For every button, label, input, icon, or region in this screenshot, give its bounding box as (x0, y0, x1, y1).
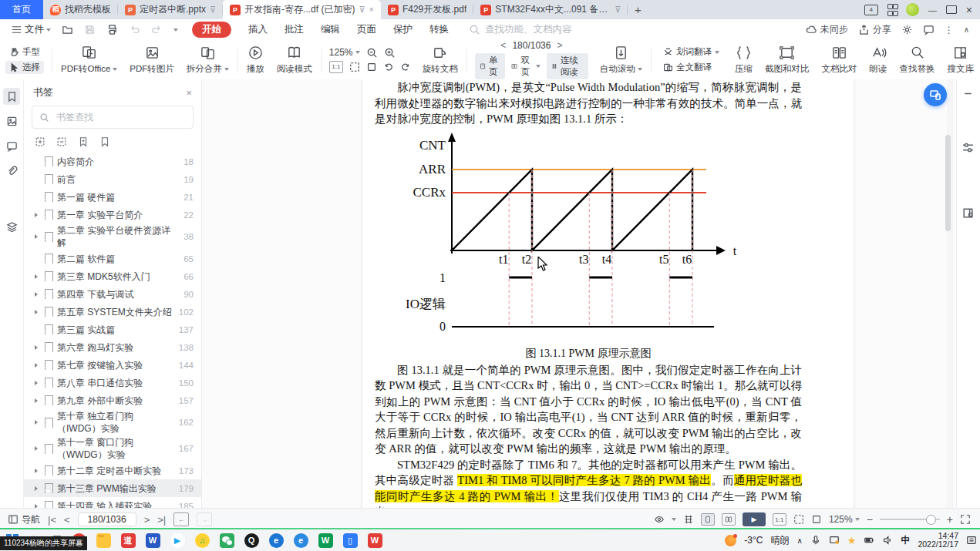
microphone-icon[interactable] (810, 535, 821, 546)
read-aloud-button[interactable]: 朗读 (864, 45, 894, 75)
document-viewer[interactable]: 脉冲宽度调制(PWM)，是英文“Pulse Width Modulation”的… (202, 79, 956, 508)
apps-grid-icon[interactable] (887, 4, 897, 16)
presentation-play-button[interactable]: ▶ (743, 512, 766, 526)
ime-indicator[interactable]: 中 (901, 534, 910, 547)
menu-tab-批注[interactable]: 批注 (285, 23, 304, 36)
restore-button[interactable] (946, 5, 957, 14)
bookmark-item[interactable]: 第十四章 输入捕获实验185 (24, 497, 201, 508)
zoom-out-icon[interactable] (366, 47, 378, 59)
tab-document-4[interactable]: PF429开发板.pdf (381, 0, 473, 19)
expand-all-icon[interactable] (35, 136, 45, 147)
vertical-scrollbar[interactable] (947, 79, 954, 508)
expand-arrow-icon[interactable] (35, 274, 41, 279)
fullscreen-icon[interactable] (960, 514, 971, 525)
zoom-in-icon[interactable] (384, 47, 396, 59)
expand-arrow-icon[interactable] (35, 363, 41, 368)
bookmark-item[interactable]: 前言19 (24, 170, 201, 188)
bookmark-item[interactable]: 第三章 MDK5软件入门66 (24, 267, 201, 285)
eye-protect-icon[interactable] (654, 514, 665, 525)
bookmark-item[interactable]: 第九章 外部中断实验157 (24, 391, 201, 409)
taskbar-app-edge[interactable]: e (269, 533, 284, 548)
taskbar-app-wechat[interactable] (220, 533, 234, 548)
file-menu[interactable]: 文件 (11, 23, 51, 36)
pin-icon[interactable]: ⊽ (615, 5, 621, 14)
feedback-icon[interactable] (923, 24, 935, 35)
chevron-down-icon[interactable] (672, 518, 676, 521)
double-page-view-button[interactable] (722, 513, 736, 526)
taskbar-app-word[interactable]: W (146, 533, 160, 548)
weather-text[interactable]: 晴朗 (770, 534, 789, 547)
weather-icon[interactable] (725, 535, 736, 546)
minimize-button[interactable]: — (928, 5, 937, 15)
expand-arrow-icon[interactable] (35, 381, 41, 385)
doc-compare-button[interactable]: 文档比对 (816, 45, 864, 75)
bookmark-search-input[interactable] (55, 111, 186, 123)
nav-toggle[interactable]: 导航 (8, 513, 40, 526)
expand-arrow-icon[interactable] (35, 234, 41, 239)
mobile-sync-float-button[interactable] (924, 83, 947, 106)
expand-arrow-icon[interactable] (35, 213, 41, 217)
display-settings-icon[interactable] (961, 141, 975, 155)
tray-expand-icon[interactable]: ∧ (796, 536, 802, 545)
new-tab-button[interactable]: + (628, 0, 648, 19)
close-button[interactable]: × (966, 4, 972, 16)
undo-button[interactable] (129, 24, 140, 35)
menu-tab-保护[interactable]: 保护 (393, 23, 413, 36)
select-tool[interactable]: 选择 (5, 61, 44, 74)
expand-arrow-icon[interactable] (35, 292, 41, 297)
fit-page-icon[interactable] (811, 514, 822, 525)
single-page-view-button[interactable] (701, 513, 715, 526)
taskbar-app-phone-mirror[interactable]: ▯ (343, 533, 358, 548)
expand-arrow-icon[interactable] (35, 310, 41, 314)
pin-icon[interactable]: ⊽ (359, 5, 365, 14)
user-avatar[interactable] (906, 3, 919, 16)
menu-tab-开始[interactable]: 开始 (192, 22, 231, 38)
taskbar-app-green-w-app[interactable]: W (318, 533, 333, 548)
taskbar-app-wps[interactable]: W (368, 533, 382, 548)
fit-width-icon[interactable] (349, 62, 360, 72)
taskbar-app-youdao-dict[interactable]: 道 (121, 533, 136, 548)
find-replace-button[interactable]: 查找替换 (894, 45, 941, 75)
scroll-up-icon[interactable] (961, 87, 975, 101)
full-translate-button[interactable]: 全文翻译 (659, 61, 723, 74)
expand-arrow-icon[interactable] (35, 446, 41, 451)
locate-bookmark-icon[interactable] (78, 136, 89, 147)
more-options-icon[interactable]: ⋮ (945, 25, 954, 35)
bookmark-item[interactable]: 第五章 SYSTEM文件夹介绍102 (24, 303, 201, 321)
fit-width-icon[interactable] (793, 514, 804, 525)
bookmark-item[interactable]: 第一篇 硬件篇21 (24, 188, 201, 206)
menu-tab-插入[interactable]: 插入 (248, 23, 268, 36)
bookmark-item[interactable]: 第二篇 软件篇65 (24, 250, 201, 267)
command-search[interactable]: 查找功能、文档内容 (469, 23, 572, 36)
pdf-to-office-button[interactable]: PDF转Office (55, 45, 123, 75)
word-translate-button[interactable]: 划词翻译 (659, 45, 723, 59)
history-back-button[interactable]: ← (173, 512, 189, 526)
search-library-button[interactable]: 搜文库 (941, 45, 980, 75)
layers-panel-button[interactable] (3, 218, 20, 235)
expand-arrow-icon[interactable] (35, 469, 41, 473)
menu-tab-页面[interactable]: 页面 (357, 23, 376, 36)
share-button[interactable]: 分享 (858, 23, 891, 36)
thumbnails-panel-button[interactable] (3, 113, 20, 129)
bookmark-item[interactable]: 第七章 按键输入实验144 (24, 356, 201, 374)
actual-size-button[interactable]: 1:1 (773, 513, 786, 526)
continuous-view-icon[interactable] (683, 514, 694, 525)
bookmark-item[interactable]: 内容简介18 (24, 153, 201, 170)
tab-document-2[interactable]: P定时器中断.pptx⊽ (118, 0, 223, 19)
bookmark-item[interactable]: 第十章 独立看门狗（IWDG）实验162 (24, 409, 201, 435)
zoom-out-button[interactable]: − (867, 513, 873, 526)
menu-tab-编辑[interactable]: 编辑 (321, 23, 340, 36)
bookmark-item[interactable]: 第八章 串口通信实验150 (24, 374, 201, 391)
rotate-right-icon[interactable] (400, 62, 411, 72)
read-mode-button[interactable]: 阅读模式 (271, 45, 318, 75)
zoom-level-select[interactable]: 125% (829, 514, 860, 525)
bookmark-search[interactable] (32, 106, 194, 129)
bookmark-item[interactable]: 第三篇 实战篇137 (24, 321, 201, 338)
pdf-to-image-button[interactable]: PDF转图片 (123, 45, 180, 75)
continuous-toggle[interactable]: 连续阅读 (547, 53, 588, 79)
bookmarks-panel-button[interactable] (3, 88, 20, 105)
tab-document-5[interactable]: PSTM32F4xx中文...091 备份].pdf⊽ (473, 0, 628, 19)
save-button[interactable] (84, 24, 96, 35)
split-merge-button[interactable]: 拆分合并 (180, 45, 235, 75)
expand-arrow-icon[interactable] (35, 398, 41, 403)
